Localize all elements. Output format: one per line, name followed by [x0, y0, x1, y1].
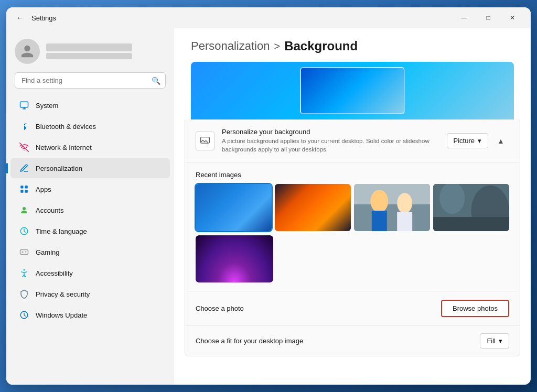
- svg-rect-14: [372, 211, 387, 231]
- recent-images-label: Recent images: [196, 171, 509, 179]
- sidebar-item-system[interactable]: System: [10, 95, 170, 115]
- dropdown-chevron-icon: ▾: [478, 137, 481, 145]
- svg-rect-20: [433, 217, 509, 231]
- bluetooth-label: Bluetooth & devices: [36, 123, 96, 130]
- window-controls: — □ ✕: [452, 9, 524, 26]
- svg-point-15: [397, 193, 412, 213]
- background-control: Picture ▾ ▲: [447, 133, 509, 149]
- minimize-button[interactable]: —: [452, 9, 476, 26]
- sidebar-item-privacy[interactable]: Privacy & security: [10, 284, 170, 304]
- apps-icon: [19, 184, 29, 194]
- svg-rect-12: [354, 204, 430, 231]
- choose-fit-row: Choose a fit for your desktop image Fill…: [185, 326, 520, 356]
- update-icon: [19, 310, 29, 320]
- background-setting-title: Personalize your background: [222, 128, 447, 136]
- svg-rect-16: [397, 212, 412, 232]
- main-inner: Personalization > Background: [174, 28, 531, 356]
- network-label: Network & internet: [36, 144, 92, 151]
- sidebar-item-accessibility[interactable]: Accessibility: [10, 263, 170, 283]
- settings-panel: Personalize your background A picture ba…: [185, 119, 520, 356]
- breadcrumb-parent: Personalization: [191, 39, 270, 53]
- images-spacer: [276, 235, 509, 282]
- maximize-button[interactable]: □: [476, 9, 500, 26]
- personalization-label: Personalization: [36, 165, 82, 172]
- gaming-label: Gaming: [36, 248, 60, 256]
- content-area: ████████████████ █████████████████████ 🔍…: [6, 28, 531, 385]
- system-icon: [19, 100, 29, 111]
- sidebar-item-time[interactable]: Time & language: [10, 221, 170, 241]
- svg-rect-0: [20, 102, 28, 107]
- time-label: Time & language: [36, 227, 87, 235]
- accounts-icon: [19, 205, 29, 215]
- sidebar-item-update[interactable]: Windows Update: [10, 305, 170, 325]
- sidebar-item-bluetooth[interactable]: Bluetooth & devices: [10, 116, 170, 136]
- image-thumb-2[interactable]: [275, 184, 351, 231]
- background-icon: [196, 132, 214, 150]
- search-icon: 🔍: [152, 77, 160, 85]
- sidebar-item-gaming[interactable]: Gaming: [10, 242, 170, 262]
- gaming-icon: [19, 247, 29, 257]
- recent-images-section: Recent images: [185, 162, 520, 291]
- svg-rect-2: [25, 186, 28, 188]
- background-setting-desc: A picture background applies to your cur…: [222, 137, 447, 154]
- choose-photo-row: Choose a photo Browse photos: [185, 291, 520, 326]
- sidebar-item-network[interactable]: Network & internet: [10, 137, 170, 157]
- privacy-icon: [19, 289, 29, 299]
- update-label: Windows Update: [36, 311, 87, 319]
- svg-rect-3: [20, 190, 23, 193]
- background-type-dropdown[interactable]: Picture ▾: [447, 133, 488, 148]
- svg-point-8: [24, 269, 25, 271]
- svg-point-5: [23, 207, 26, 210]
- svg-rect-10: [201, 137, 210, 143]
- image-thumb-5[interactable]: [196, 235, 273, 282]
- page-header: Personalization > Background: [174, 28, 531, 62]
- images-grid: [196, 184, 509, 231]
- choose-fit-label: Choose a fit for your desktop image: [196, 337, 480, 345]
- back-button[interactable]: ←: [13, 10, 27, 25]
- fit-chevron-icon: ▾: [499, 337, 502, 345]
- svg-rect-7: [20, 250, 28, 255]
- background-setting-row: Personalize your background A picture ba…: [185, 119, 520, 162]
- background-setting-text: Personalize your background A picture ba…: [222, 128, 447, 154]
- user-email: █████████████████████: [46, 53, 132, 59]
- breadcrumb-separator: >: [274, 40, 280, 52]
- close-button[interactable]: ✕: [500, 9, 524, 26]
- image-thumb-3[interactable]: [354, 184, 430, 231]
- images-row2: [196, 235, 509, 282]
- collapse-button[interactable]: ▲: [492, 133, 509, 149]
- sidebar-item-apps[interactable]: Apps: [10, 179, 170, 199]
- fit-dropdown[interactable]: Fill ▾: [480, 333, 509, 349]
- image-thumb-4[interactable]: [433, 184, 509, 231]
- svg-rect-1: [20, 186, 23, 188]
- browse-photos-button[interactable]: Browse photos: [441, 300, 509, 317]
- sidebar-item-personalization[interactable]: Personalization: [10, 158, 170, 178]
- search-bar: 🔍: [15, 72, 166, 89]
- back-icon: ←: [16, 14, 24, 22]
- network-icon: [19, 142, 29, 153]
- settings-window: ← Settings — □ ✕ ████████████████: [6, 7, 531, 385]
- preview-monitor: [300, 67, 405, 114]
- page-title: Background: [284, 39, 358, 53]
- apps-label: Apps: [36, 186, 51, 193]
- accessibility-label: Accessibility: [36, 269, 73, 277]
- wallpaper-preview: [191, 62, 514, 119]
- personalization-icon: [19, 163, 29, 173]
- accessibility-icon: [19, 268, 29, 278]
- window-title: Settings: [31, 14, 452, 22]
- avatar: [15, 39, 40, 64]
- system-label: System: [36, 102, 58, 110]
- svg-point-13: [370, 190, 388, 213]
- user-info: ████████████████ █████████████████████: [46, 43, 132, 59]
- image-thumb-1[interactable]: [196, 184, 272, 231]
- sidebar: ████████████████ █████████████████████ 🔍…: [6, 28, 174, 385]
- search-input[interactable]: [15, 72, 166, 89]
- privacy-label: Privacy & security: [36, 290, 90, 298]
- user-section: ████████████████ █████████████████████: [6, 35, 174, 72]
- accounts-label: Accounts: [36, 206, 63, 214]
- sidebar-item-accounts[interactable]: Accounts: [10, 200, 170, 220]
- time-icon: [19, 226, 29, 236]
- titlebar: ← Settings — □ ✕: [6, 7, 531, 28]
- user-name: ████████████████: [46, 43, 132, 51]
- choose-photo-label: Choose a photo: [196, 304, 441, 312]
- bluetooth-icon: [19, 121, 29, 132]
